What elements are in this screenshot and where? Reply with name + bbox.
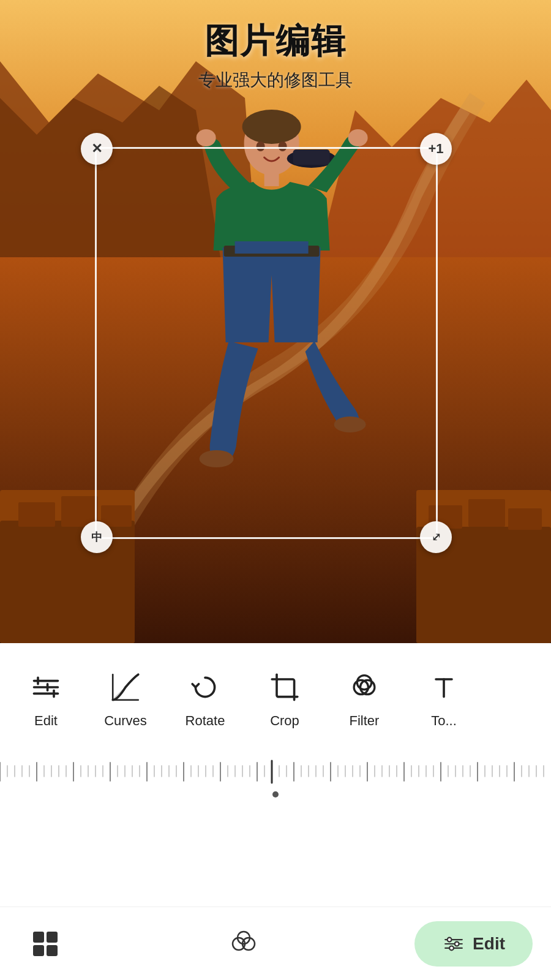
filter-nav-button[interactable] <box>217 923 271 965</box>
curves-label: Curves <box>104 713 147 729</box>
tool-crop[interactable]: Crop <box>245 668 324 729</box>
ruler-track <box>0 753 551 790</box>
edit-nav-label: Edit <box>473 934 505 954</box>
svg-rect-122 <box>33 932 44 943</box>
tool-curves[interactable]: Curves <box>86 668 165 729</box>
svg-point-21 <box>348 129 368 146</box>
svg-rect-14 <box>508 508 542 530</box>
plus-button[interactable]: +1 <box>420 133 452 165</box>
filter-icon <box>345 668 384 707</box>
text-label: To... <box>431 713 457 729</box>
tool-filter[interactable]: Filter <box>324 668 404 729</box>
crop-icon <box>265 668 304 707</box>
svg-point-133 <box>455 941 459 946</box>
tool-text[interactable]: To... <box>404 668 484 729</box>
svg-rect-13 <box>468 499 505 527</box>
edit-icon <box>26 668 66 707</box>
svg-point-134 <box>449 946 454 950</box>
svg-rect-124 <box>33 945 44 956</box>
main-title: 图片编辑 <box>0 18 551 65</box>
rotate-icon <box>186 668 225 707</box>
title-overlay: 图片编辑 专业强大的修图工具 <box>0 0 551 104</box>
photo-area: 图片编辑 专业强大的修图工具 ✕ +1 中 ⤢ <box>0 0 551 643</box>
tool-edit[interactable]: Edit <box>6 668 86 729</box>
bottom-nav: Edit <box>0 907 551 980</box>
sub-title: 专业强大的修图工具 <box>0 69 551 92</box>
svg-point-20 <box>197 129 216 146</box>
resize-button[interactable]: ⤢ <box>420 521 452 553</box>
apps-button[interactable] <box>18 923 72 965</box>
curves-icon <box>106 668 145 707</box>
center-button[interactable]: 中 <box>81 521 113 553</box>
svg-point-44 <box>357 676 371 690</box>
edit-nav-button[interactable]: Edit <box>414 921 533 967</box>
tools-row: Edit Curves Rotate <box>0 643 551 741</box>
svg-rect-37 <box>277 679 294 697</box>
svg-point-132 <box>448 937 452 941</box>
filter-label: Filter <box>350 713 380 729</box>
ruler-indicator <box>272 791 279 797</box>
rotate-label: Rotate <box>186 713 225 729</box>
svg-rect-9 <box>18 502 55 527</box>
close-button[interactable]: ✕ <box>81 133 113 165</box>
svg-rect-125 <box>47 945 58 956</box>
tool-rotate[interactable]: Rotate <box>165 668 245 729</box>
edit-label: Edit <box>34 713 58 729</box>
text-icon <box>424 668 463 707</box>
svg-rect-6 <box>0 521 135 643</box>
ruler[interactable] <box>0 753 551 802</box>
svg-rect-123 <box>47 932 58 943</box>
crop-label: Crop <box>270 713 299 729</box>
svg-point-16 <box>242 110 301 144</box>
selection-box: ✕ +1 中 ⤢ <box>95 147 438 539</box>
